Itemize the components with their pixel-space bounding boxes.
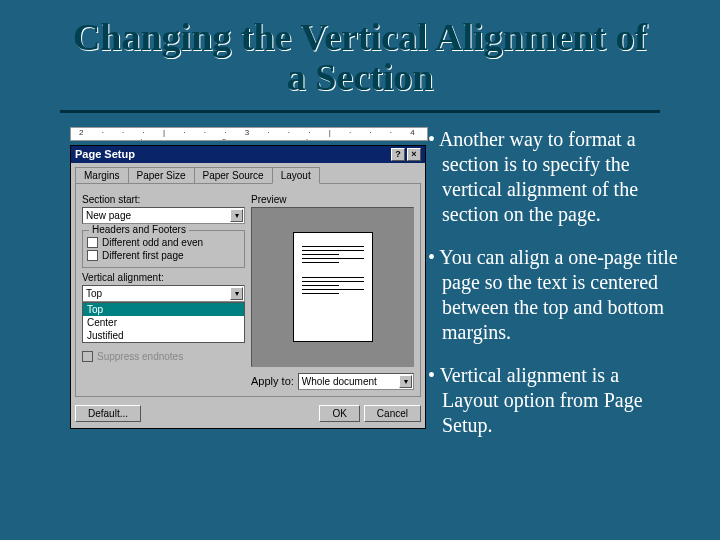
slide-title: Changing the Vertical Alignment of a Sec…: [0, 0, 720, 106]
preview-line: [302, 277, 364, 278]
tab-margins[interactable]: Margins: [75, 167, 129, 183]
headers-footers-label: Headers and Footers: [89, 224, 189, 235]
bullet-column: • Another way to format a section is to …: [428, 127, 678, 456]
default-button[interactable]: Default...: [75, 405, 141, 422]
dropdown-arrow-icon: ▾: [230, 209, 243, 222]
dialog-title: Page Setup: [75, 148, 135, 160]
suppress-label: Suppress endnotes: [97, 351, 183, 362]
page-setup-dialog: Page Setup ? × Margins Paper Size Paper …: [70, 145, 426, 429]
apply-to-row: Apply to: Whole document ▾: [251, 373, 414, 390]
checkbox-icon: [82, 351, 93, 362]
apply-to-label: Apply to:: [251, 375, 294, 387]
dialog-titlebar: Page Setup ? ×: [71, 146, 425, 163]
valign-value: Top: [86, 288, 102, 299]
ok-button[interactable]: OK: [319, 405, 359, 422]
content-area: 2 · · · | · · · 3 · · · | · · · 4 · · · …: [0, 113, 720, 456]
bullet-3: • Vertical alignment is a Layout option …: [428, 363, 678, 438]
valign-option-justified[interactable]: Justified: [83, 329, 244, 342]
preview-pane: [251, 207, 414, 367]
bullet-2-text: You can align a one-page title page so t…: [439, 246, 677, 343]
slide: Changing the Vertical Alignment of a Sec…: [0, 0, 720, 540]
dialog-body: Section start: New page ▾ Headers and Fo…: [75, 183, 421, 397]
valign-combo[interactable]: Top ▾: [82, 285, 245, 302]
preview-line: [302, 246, 364, 247]
checkbox-icon: [87, 237, 98, 248]
check-suppress-endnotes: Suppress endnotes: [82, 351, 245, 362]
tab-strip: Margins Paper Size Paper Source Layout: [71, 163, 425, 183]
preview-line: [302, 281, 364, 282]
right-column: Preview: [251, 190, 414, 390]
tab-paper-size[interactable]: Paper Size: [128, 167, 195, 183]
valign-option-top[interactable]: Top: [83, 303, 244, 316]
titlebar-buttons: ? ×: [391, 148, 421, 161]
check-first-page-label: Different first page: [102, 250, 184, 261]
screenshot-column: 2 · · · | · · · 3 · · · | · · · 4 · · · …: [70, 127, 428, 456]
preview-line: [302, 250, 364, 251]
ok-cancel-group: OK Cancel: [319, 405, 421, 422]
dropdown-arrow-icon: ▾: [399, 375, 412, 388]
check-odd-even-label: Different odd and even: [102, 237, 203, 248]
checkbox-icon: [87, 250, 98, 261]
button-row: Default... OK Cancel: [71, 401, 425, 428]
valign-label: Vertical alignment:: [82, 272, 245, 283]
bullet-1-text: Another way to format a section is to sp…: [439, 128, 638, 225]
preview-page: [293, 232, 373, 342]
left-column: Section start: New page ▾ Headers and Fo…: [82, 190, 245, 390]
tab-paper-source[interactable]: Paper Source: [194, 167, 273, 183]
cancel-button[interactable]: Cancel: [364, 405, 421, 422]
bullet-2: • You can align a one-page title page so…: [428, 245, 678, 345]
preview-line: [302, 258, 364, 259]
preview-line: [302, 285, 339, 286]
valign-listbox[interactable]: Top Center Justified: [82, 302, 245, 343]
preview-line: [302, 254, 339, 255]
help-button[interactable]: ?: [391, 148, 405, 161]
close-button[interactable]: ×: [407, 148, 421, 161]
section-start-combo[interactable]: New page ▾: [82, 207, 245, 224]
preview-label: Preview: [251, 194, 414, 205]
apply-to-value: Whole document: [302, 376, 377, 387]
check-first-page[interactable]: Different first page: [87, 250, 240, 261]
dropdown-arrow-icon: ▾: [230, 287, 243, 300]
tab-layout[interactable]: Layout: [272, 167, 320, 184]
bullet-3-text: Vertical alignment is a Layout option fr…: [440, 364, 643, 436]
preview-gap: [302, 266, 364, 274]
preview-line: [302, 289, 364, 290]
bullet-1: • Another way to format a section is to …: [428, 127, 678, 227]
word-ruler: 2 · · · | · · · 3 · · · | · · · 4 · · · …: [70, 127, 428, 141]
preview-line: [302, 293, 339, 294]
preview-line: [302, 262, 339, 263]
check-odd-even[interactable]: Different odd and even: [87, 237, 240, 248]
headers-footers-group: Headers and Footers Different odd and ev…: [82, 230, 245, 268]
section-start-label: Section start:: [82, 194, 245, 205]
valign-option-center[interactable]: Center: [83, 316, 244, 329]
section-start-value: New page: [86, 210, 131, 221]
apply-to-combo[interactable]: Whole document ▾: [298, 373, 414, 390]
